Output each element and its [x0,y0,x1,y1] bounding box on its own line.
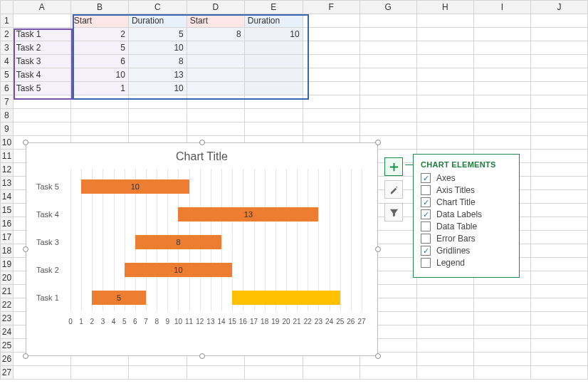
cell[interactable] [530,136,587,150]
row-header[interactable]: 17 [1,231,14,244]
cell[interactable] [473,41,530,55]
checkbox[interactable] [421,185,431,195]
row-header[interactable]: 24 [1,325,14,339]
cell[interactable]: Task 2 [13,41,70,55]
cell[interactable] [303,28,359,41]
cell[interactable] [359,14,416,28]
corner-cell[interactable] [1,1,14,14]
cell[interactable] [530,14,587,28]
col-header-I[interactable]: I [473,1,530,14]
row-header[interactable]: 14 [1,190,14,204]
cell[interactable] [416,14,473,28]
cell[interactable] [416,122,473,136]
cell[interactable]: 8 [128,55,187,68]
chart-plot-area[interactable]: 0123456789101112131415161718192021222324… [36,169,367,325]
cell[interactable] [303,41,359,55]
cell[interactable] [473,366,530,380]
col-header-G[interactable]: G [359,1,416,14]
cell[interactable] [530,163,587,177]
row-header[interactable]: 22 [1,298,14,312]
cell[interactable]: Duration [128,14,187,28]
cell[interactable]: 10 [244,28,303,41]
checkbox[interactable] [421,258,431,268]
cell[interactable] [187,95,244,109]
cell[interactable]: Task 5 [13,82,70,95]
row-header[interactable]: 18 [1,244,14,258]
row-header[interactable]: 27 [1,366,14,380]
chart-element-option[interactable]: Legend [421,258,512,268]
cell[interactable] [359,41,416,55]
cell[interactable]: Duration [244,14,303,28]
cell[interactable]: Task 1 [13,28,70,41]
checkbox[interactable] [421,173,431,183]
row-header[interactable]: 13 [1,177,14,190]
cell[interactable] [530,190,587,204]
chart-element-option[interactable]: Gridlines [421,246,512,256]
cell[interactable]: 10 [70,68,128,82]
cell[interactable] [416,41,473,55]
cell[interactable] [128,366,187,380]
cell[interactable] [244,109,303,122]
cell[interactable] [473,28,530,41]
cell[interactable] [530,55,587,68]
row-header[interactable]: 20 [1,271,14,285]
cell[interactable] [128,122,187,136]
row-header[interactable]: 21 [1,285,14,298]
cell[interactable]: 10 [128,41,187,55]
cell[interactable] [530,204,587,217]
cell[interactable] [530,244,587,258]
cell[interactable] [359,366,416,380]
cell[interactable] [530,258,587,271]
row-header[interactable]: 9 [1,122,14,136]
chart-bar[interactable]: 13 [178,207,318,221]
cell[interactable] [416,136,473,150]
row-header[interactable]: 26 [1,353,14,366]
cell[interactable] [416,285,473,298]
cell[interactable] [530,366,587,380]
chart-element-option[interactable]: Data Table [421,221,512,231]
cell[interactable] [70,95,128,109]
cell[interactable] [530,325,587,339]
cell[interactable]: Task 4 [13,68,70,82]
cell[interactable] [530,312,587,325]
cell[interactable] [303,366,359,380]
cell[interactable] [416,109,473,122]
cell[interactable] [416,298,473,312]
cell[interactable] [473,285,530,298]
chart-element-option[interactable]: Error Bars [421,234,512,244]
cell[interactable] [530,217,587,231]
row-header[interactable]: 3 [1,41,14,55]
cell[interactable] [416,312,473,325]
cell[interactable] [128,109,187,122]
cell[interactable] [530,285,587,298]
cell[interactable] [530,271,587,285]
cell[interactable] [244,55,303,68]
cell[interactable] [473,136,530,150]
row-header[interactable]: 11 [1,150,14,163]
chart-bar[interactable]: 5 [92,291,146,305]
cell[interactable] [530,150,587,163]
cell[interactable] [303,82,359,95]
cell[interactable] [530,231,587,244]
cell[interactable] [530,353,587,366]
row-header[interactable]: 19 [1,258,14,271]
cell[interactable] [303,109,359,122]
chart-elements-popover[interactable]: CHART ELEMENTS AxesAxis TitlesChart Titl… [413,154,520,278]
cell[interactable] [187,366,244,380]
checkbox[interactable] [421,234,431,244]
cell[interactable] [473,109,530,122]
cell[interactable] [530,339,587,353]
cell[interactable] [187,41,244,55]
cell[interactable] [244,82,303,95]
chart-bar[interactable]: 10 [125,263,232,277]
col-header-C[interactable]: C [128,1,187,14]
cell[interactable] [530,68,587,82]
checkbox[interactable] [421,221,431,231]
chart-bar[interactable]: 10 [81,179,189,194]
col-header-H[interactable]: H [416,1,473,14]
cell[interactable] [303,95,359,109]
row-header[interactable]: 5 [1,68,14,82]
cell[interactable]: Start [187,14,244,28]
cell[interactable]: 5 [70,41,128,55]
col-header-F[interactable]: F [303,1,359,14]
